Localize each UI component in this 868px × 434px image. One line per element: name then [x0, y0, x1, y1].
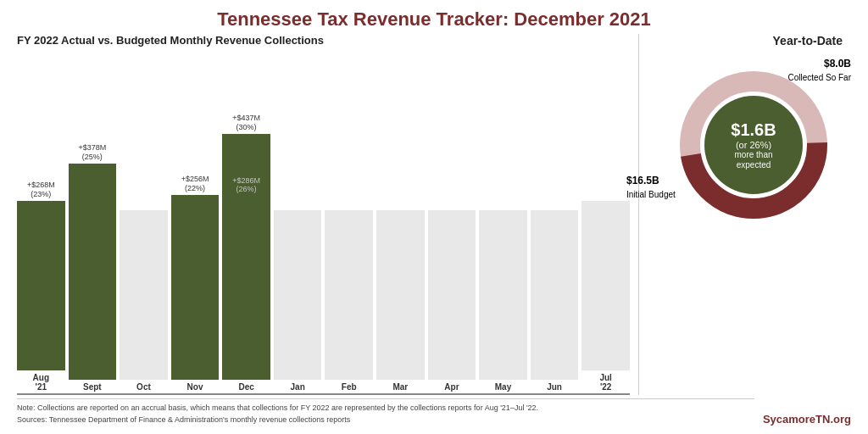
bars-container: +$268M(23%) Aug'21 +$378M(25%) Sept x [17, 52, 630, 393]
bar-dec: +$286M(26%) [222, 134, 270, 380]
chart-baseline [17, 393, 630, 395]
bar-group-jul: x Jul'22 [581, 52, 630, 392]
budget-label: $16.5B Initial Budget [626, 175, 676, 201]
bar-group-jun: x Jun [531, 52, 579, 392]
footer-notes: Note: Collections are reported on an acc… [17, 398, 754, 426]
footer-note-line1: Note: Collections are reported on an acc… [17, 403, 754, 415]
bar-group-may: x May [479, 52, 527, 392]
month-label-mar: Mar [392, 382, 408, 392]
page-title: Tennessee Tax Revenue Tracker: December … [17, 8, 851, 31]
bar-nov [171, 195, 220, 380]
bar-jul [581, 201, 630, 370]
bar-chart-area: +$268M(23%) Aug'21 +$378M(25%) Sept x [17, 52, 630, 395]
bar-group-oct: x Oct [120, 52, 168, 392]
chart-section: FY 2022 Actual vs. Budgeted Monthly Reve… [17, 34, 639, 395]
month-label-oct: Oct [136, 382, 151, 392]
bar-label-nov: +$256M(22%) [181, 175, 209, 193]
bar-label-dec-top: +$437M(30%) [232, 114, 260, 132]
bar-group-feb: x Feb [325, 52, 373, 392]
donut-pct: (or 26%) [731, 140, 776, 150]
donut-main-value: $1.6B [731, 120, 776, 140]
month-label-aug: Aug'21 [33, 373, 49, 392]
bar-label-oct: x [142, 199, 146, 209]
month-label-feb: Feb [342, 382, 357, 392]
bar-jun [531, 210, 579, 380]
ytd-title: Year-to-Date [773, 34, 851, 47]
month-label-jan: Jan [291, 382, 305, 392]
month-label-jun: Jun [547, 382, 562, 392]
bar-may [479, 210, 527, 380]
bar-group-aug: +$268M(23%) Aug'21 [17, 52, 65, 392]
bar-sept [69, 164, 117, 380]
bar-group-apr: x Apr [428, 52, 476, 392]
bar-label-aug: +$268M(23%) [27, 181, 55, 199]
footer-area: Note: Collections are reported on an acc… [17, 395, 851, 426]
collected-label: $8.0B Collected So Far [788, 58, 851, 84]
ytd-section: Year-to-Date $1.6B (or 26%) more tha [648, 34, 851, 395]
donut-center-text: $1.6B (or 26%) more than expected [731, 120, 776, 170]
bar-jan [274, 210, 322, 380]
bar-group-nov: +$256M(22%) Nov [171, 52, 220, 392]
content-area: FY 2022 Actual vs. Budgeted Monthly Reve… [17, 34, 851, 395]
bar-oct [120, 210, 168, 380]
bar-group-jan: x Jan [274, 52, 322, 392]
footer-note-line2: Sources: Tennessee Department of Finance… [17, 415, 754, 426]
donut-desc1: more than [731, 150, 776, 160]
bar-label-sept: +$378M(25%) [78, 143, 106, 162]
bar-group-sept: +$378M(25%) Sept [69, 52, 117, 392]
month-label-apr: Apr [444, 382, 459, 392]
bar-group-mar: x Mar [376, 52, 425, 392]
chart-subtitle: FY 2022 Actual vs. Budgeted Monthly Reve… [17, 34, 630, 47]
month-label-nov: Nov [187, 382, 203, 392]
month-label-sept: Sept [83, 382, 102, 392]
month-label-dec: Dec [238, 382, 253, 392]
donut-desc2: expected [731, 160, 776, 170]
brand-label: SycamoreTN.org [763, 413, 851, 426]
month-label-may: May [495, 382, 511, 392]
bar-group-dec: +$437M(30%) +$286M(26%) Dec [222, 52, 270, 392]
bar-mar [376, 210, 425, 380]
bar-feb [325, 210, 373, 380]
month-label-jul: Jul'22 [599, 373, 611, 392]
bar-aug [17, 201, 65, 370]
bar-apr [428, 210, 476, 380]
page-container: Tennessee Tax Revenue Tracker: December … [0, 0, 868, 434]
